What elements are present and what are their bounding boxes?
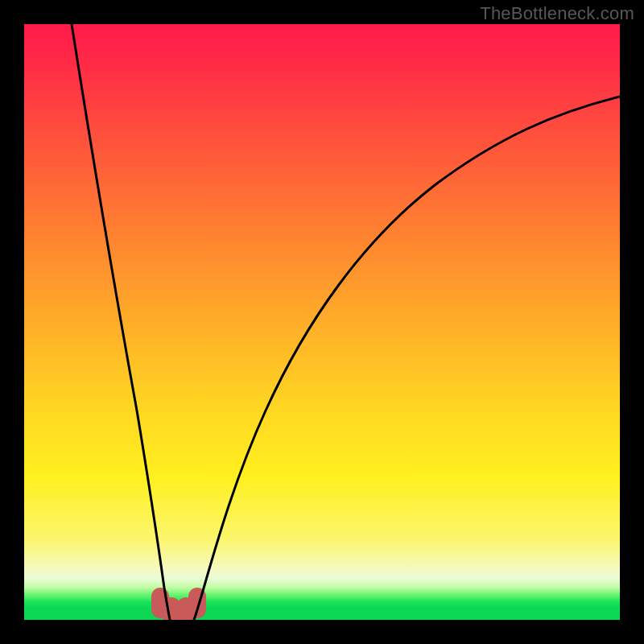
curve-left-branch [72,24,170,620]
chart-frame: TheBottleneck.com [0,0,644,644]
watermark-text: TheBottleneck.com [480,3,634,24]
plot-area [24,24,620,620]
curve-overlay [24,24,620,620]
curve-right-branch [194,97,620,620]
